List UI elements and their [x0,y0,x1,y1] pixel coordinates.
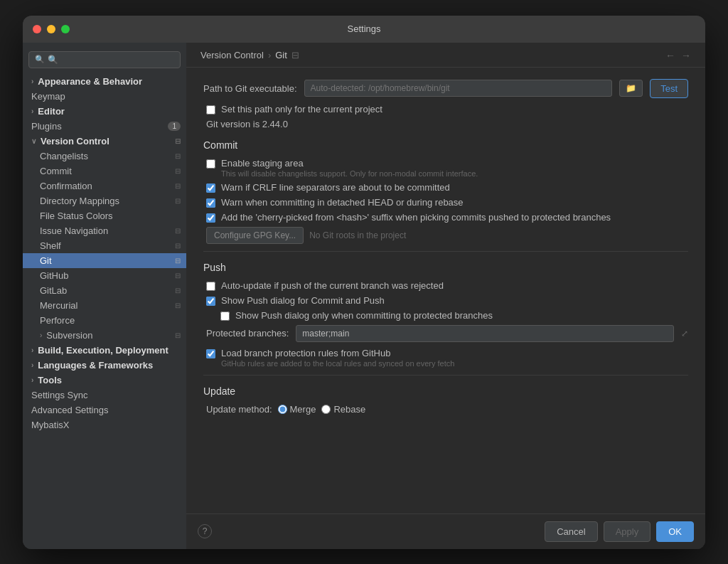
search-input[interactable] [48,55,174,65]
help-button[interactable]: ? [198,524,212,538]
load-protection-checkbox[interactable] [206,349,215,358]
breadcrumb-nav: ← → [665,50,691,61]
pin-icon: ⊟ [175,167,181,175]
test-button[interactable]: Test [650,79,688,98]
sidebar-item-issue-navigation[interactable]: Issue Navigation ⊟ [23,223,186,238]
configure-gpg-button[interactable]: Configure GPG Key... [206,227,304,244]
warn-crlf-row: Warn if CRLF line separators are about t… [203,182,688,193]
merge-radio[interactable] [278,405,287,414]
divider-1 [203,251,688,252]
forward-button[interactable]: → [681,50,691,61]
git-version-text: Git version is 2.44.0 [203,119,688,129]
sidebar-item-advanced-settings[interactable]: Advanced Settings [23,403,186,417]
pin-icon: ⊟ [175,137,181,145]
sidebar-item-github[interactable]: GitHub ⊟ [23,268,186,283]
main-content-area: 🔍 › Appearance & Behavior Keymap › Edito… [23,43,705,549]
pin-icon: ⊟ [175,302,181,309]
protected-branches-label: Protected branches: [206,328,289,339]
rebase-radio[interactable] [321,405,331,414]
sidebar-item-confirmation[interactable]: Confirmation ⊟ [23,179,186,193]
update-method-label: Update method: [206,404,272,415]
merge-option[interactable]: Merge [278,404,316,415]
breadcrumb-parent[interactable]: Version Control [200,50,264,60]
close-button[interactable] [33,25,41,33]
folder-browse-button[interactable]: 📁 [619,80,643,97]
sidebar-item-directory-mappings[interactable]: Directory Mappings ⊟ [23,193,186,208]
sidebar-item-languages[interactable]: › Languages & Frameworks [23,358,186,373]
sidebar-item-git[interactable]: Git ⊟ [23,253,186,268]
enable-staging-checkbox[interactable] [206,159,215,169]
search-icon: 🔍 [35,55,45,64]
expand-icon[interactable]: ⤢ [681,329,688,339]
footer: ? Cancel Apply OK [186,514,705,549]
breadcrumb-current: Git [275,50,287,60]
set-path-checkbox[interactable] [206,105,215,115]
show-push-protected-row: Show Push dialog only when committing to… [203,310,688,321]
titlebar: Settings [23,16,705,43]
apply-button[interactable]: Apply [604,521,651,542]
gpg-row: Configure GPG Key... No Git roots in the… [203,227,688,244]
back-button[interactable]: ← [665,50,675,61]
load-protection-label: Load branch protection rules from GitHub [221,348,454,358]
sidebar-item-keymap[interactable]: Keymap [23,89,186,104]
sidebar-item-plugins[interactable]: Plugins 1 [23,119,186,134]
window-title: Settings [348,23,381,34]
sidebar-item-mybatisx[interactable]: MybatisX [23,417,186,432]
cherry-pick-checkbox[interactable] [206,213,215,223]
sidebar-item-file-status-colors[interactable]: File Status Colors [23,208,186,223]
chevron-icon: › [31,346,33,354]
sidebar-item-mercurial[interactable]: Mercurial ⊟ [23,298,186,313]
sidebar-item-build[interactable]: › Build, Execution, Deployment [23,343,186,358]
git-path-label: Path to Git executable: [203,83,297,94]
load-protection-row: Load branch protection rules from GitHub… [203,348,688,368]
sidebar-item-perforce[interactable]: Perforce [23,313,186,328]
sidebar-item-gitlab[interactable]: GitLab ⊟ [23,283,186,298]
warn-detached-checkbox[interactable] [206,198,215,208]
ok-button[interactable]: OK [656,521,694,542]
search-bar[interactable]: 🔍 [28,51,181,68]
rebase-option[interactable]: Rebase [321,404,365,415]
git-path-input[interactable] [304,80,613,97]
show-push-dialog-row: Show Push dialog for Commit and Push [203,295,688,306]
git-path-row: Path to Git executable: 📁 Test [203,79,688,98]
sidebar-item-tools[interactable]: › Tools [23,373,186,388]
chevron-icon: › [31,107,33,115]
show-push-protected-checkbox[interactable] [220,312,230,321]
sidebar-item-subversion[interactable]: › Subversion ⊟ [23,328,186,343]
enable-staging-sublabel: This will disable changelists support. O… [221,169,478,178]
minimize-button[interactable] [47,25,55,33]
commit-section-title: Commit [203,139,688,151]
protected-branches-input[interactable] [296,325,674,342]
maximize-button[interactable] [61,25,70,33]
pin-icon: ⊟ [175,257,181,265]
auto-update-checkbox[interactable] [206,282,215,291]
load-protection-sublabel: GitHub rules are added to the local rule… [221,359,454,368]
cancel-button[interactable]: Cancel [545,521,597,542]
chevron-icon: › [31,376,33,384]
enable-staging-label: Enable staging area [221,158,478,169]
warn-crlf-label: Warn if CRLF line separators are about t… [221,182,450,193]
cherry-pick-row: Add the 'cherry-picked from <hash>' suff… [203,212,688,223]
pin-icon: ⊟ [175,272,181,280]
sidebar-item-commit[interactable]: Commit ⊟ [23,164,186,179]
chevron-down-icon: ∨ [31,137,36,145]
warn-crlf-checkbox[interactable] [206,183,215,193]
warn-detached-label: Warn when committing in detached HEAD or… [221,197,464,208]
no-git-roots-label: No Git roots in the project [309,230,406,240]
plugins-badge: 1 [168,122,181,131]
footer-buttons: Cancel Apply OK [545,521,694,542]
pin-icon: ⊟ [175,182,181,190]
breadcrumb-pin[interactable]: ⊟ [291,50,299,60]
enable-staging-row: Enable staging area This will disable ch… [203,158,688,178]
sidebar-item-editor[interactable]: › Editor [23,104,186,119]
main-panel: Version Control › Git ⊟ ← → Path to Git … [186,43,705,549]
sidebar-item-shelf[interactable]: Shelf ⊟ [23,238,186,253]
show-push-dialog-checkbox[interactable] [206,297,215,306]
breadcrumb-separator: › [268,50,271,60]
set-path-row: Set this path only for the current proje… [203,104,688,115]
chevron-icon: › [31,78,33,85]
sidebar-item-appearance[interactable]: › Appearance & Behavior [23,74,186,89]
sidebar-item-settings-sync[interactable]: Settings Sync [23,388,186,403]
sidebar-item-version-control[interactable]: ∨ Version Control ⊟ [23,134,186,149]
sidebar-item-changelists[interactable]: Changelists ⊟ [23,149,186,164]
